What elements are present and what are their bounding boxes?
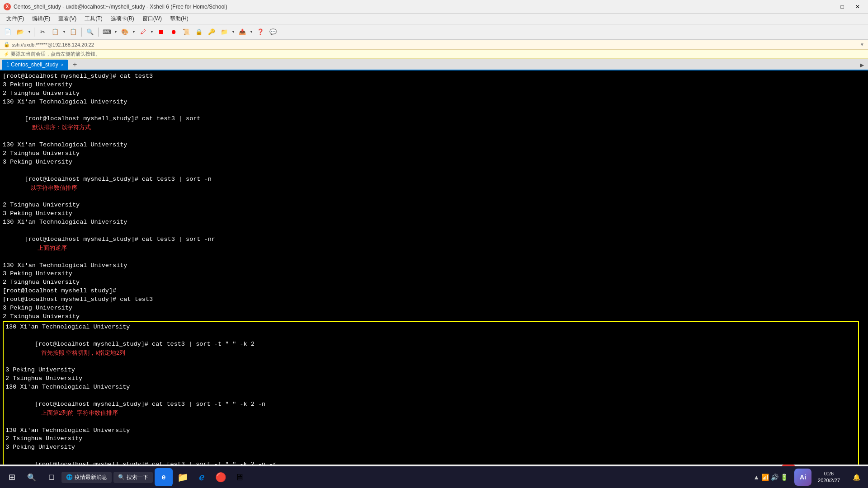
tray-arrow[interactable]: ▲ [753,474,760,481]
color-scheme-button[interactable]: 🎨 [119,26,131,38]
maximize-button[interactable]: □ [835,2,849,11]
tab-close-button[interactable]: × [61,62,64,67]
window-title: Centos_shell_study - uxdb@localhost:~/my… [14,4,227,10]
annotation-sort-n: 以字符串数值排序 [30,184,77,191]
script-button[interactable]: 📜 [180,26,192,38]
pin-ie[interactable]: ℯ [193,468,211,486]
new-session-button[interactable]: 📄 [2,26,14,38]
menu-tabs[interactable]: 选项卡(B) [107,14,138,23]
tab-add-button[interactable]: + [70,60,80,70]
tray-battery[interactable]: 🔋 [780,474,788,481]
search-button[interactable]: 🔍 [22,467,42,487]
stop-button[interactable]: ⏹ [155,26,167,38]
terminal-line: 3 Peking University [3,158,865,167]
toolbar: 📄 📂 ▼ ✂ 📋 ▼ 📋 🔍 ⌨ ▼ 🎨 ▼ 🖊 ▼ ⏹ ⏺ 📜 🔒 🔑 📁 … [0,24,868,40]
transfer-dropdown[interactable]: ▼ [231,26,236,38]
app-icon: X [4,3,11,10]
terminal-line: 2 Tsinghua University [3,278,865,287]
separator-1 [34,28,34,37]
ai-icon[interactable]: Ai [794,469,811,486]
news-label: 疫情最新消息 [75,474,107,481]
compose-dropdown[interactable]: ▼ [113,26,118,38]
chat-button[interactable]: 💬 [267,26,279,38]
session-icon: 🔒 [4,42,10,47]
terminal-line: 130 Xi'an Technological University [3,98,865,107]
taskbar-clock[interactable]: 0:26 2020/2/27 [814,470,844,484]
info-bar: ⚡ 要添加当前会话，点击左侧的箭头按钮。 [0,50,868,59]
search-bar-label: 搜索一下 [127,474,148,481]
menu-tools[interactable]: 工具(T) [81,14,106,23]
info-text: 要添加当前会话，点击左侧的箭头按钮。 [11,51,100,57]
terminal-line: 130 Xi'an Technological University [5,427,856,435]
terminal-line: [root@localhost myshell_study]# cat test… [5,392,856,427]
annotation-sort-nr: 上面的逆序 [38,244,67,251]
terminal-content: [root@localhost myshell_study]# cat test… [3,72,865,465]
highlight-button[interactable]: 🖊 [137,26,149,38]
terminal-line: [root@localhost myshell_study]# cat test… [3,107,865,141]
task-view-button[interactable]: ❑ [42,467,61,487]
terminal[interactable]: [root@localhost myshell_study]# cat test… [0,70,868,465]
tray-volume[interactable]: 🔊 [771,474,778,481]
pin-file-explorer[interactable]: 📁 [174,468,192,486]
menu-view[interactable]: 查看(V) [55,14,80,23]
terminal-line: 2 Tsinghua University [5,375,856,383]
taskbar-tray: ▲ 📶 🔊 🔋 Ai 0:26 2020/2/27 🔔 [750,467,866,487]
terminal-line: 2 Tsinghua University [5,435,856,443]
terminal-line: 130 Xi'an Technological University [5,383,856,392]
session-bar: 🔒 ssh://uxdb:******@192.168.124.20:22 ▼ [0,40,868,50]
news-button[interactable]: 🌐 疫情最新消息 [61,472,112,483]
task-view-icon: ❑ [49,474,55,481]
terminal-line: 130 Xi'an Technological University [3,141,865,150]
terminal-line: [root@localhost myshell_study]# [3,287,865,296]
color-dropdown[interactable]: ▼ [132,26,136,38]
terminal-line: [root@localhost myshell_study]# cat test… [3,227,865,262]
find-button[interactable]: 🔍 [84,26,96,38]
start-icon: ⊞ [9,472,15,482]
clock-time: 0:26 [818,470,840,477]
terminal-line: 3 Peking University [3,270,865,278]
terminal-line: 130 Xi'an Technological University [3,262,865,270]
tab-centos[interactable]: 1 Centos_shell_study × [2,60,68,70]
search-bar-button[interactable]: 🔍 搜索一下 [113,472,153,483]
minimize-button[interactable]: ─ [820,2,834,11]
start-button[interactable]: ⊞ [2,467,22,487]
copy-dropdown[interactable]: ▼ [62,26,66,38]
tray-network[interactable]: 📶 [761,474,769,481]
menu-help[interactable]: 帮助(H) [166,14,192,23]
menu-window[interactable]: 窗口(W) [139,14,165,23]
pin-edge[interactable]: e [155,468,173,486]
menu-edit[interactable]: 编辑(E) [28,14,54,23]
pin-remote[interactable]: 🖥 [231,468,249,486]
menu-bar: 文件(F) 编辑(E) 查看(V) 工具(T) 选项卡(B) 窗口(W) 帮助(… [0,14,868,24]
session-text: ssh://uxdb:******@192.168.124.20:22 [12,42,94,47]
tab-scroll-right[interactable]: ▶ [857,61,866,70]
help-button[interactable]: ❓ [255,26,266,38]
notification-button[interactable]: 🔔 [846,467,866,487]
terminal-line: [root@localhost myshell_study]# cat test… [5,452,856,465]
terminal-line: 130 Xi'an Technological University [3,218,865,227]
highlight-dropdown[interactable]: ▼ [150,26,154,38]
copy-button[interactable]: 📋 [49,26,61,38]
sftp-dropdown[interactable]: ▼ [249,26,254,38]
close-button[interactable]: ✕ [851,2,864,11]
news-globe-icon: 🌐 [66,474,73,480]
menu-file[interactable]: 文件(F) [3,14,28,23]
pin-app1[interactable]: 🔴 [212,468,230,486]
record-button[interactable]: ⏺ [168,26,179,38]
terminal-line: 3 Peking University [5,366,856,375]
paste-button[interactable]: 📋 [67,26,79,38]
tab-label: 1 Centos_shell_study [6,61,58,68]
session-arrow[interactable]: ▼ [860,42,864,47]
key-button[interactable]: 🔑 [206,26,217,38]
lock-button[interactable]: 🔒 [193,26,205,38]
compose-button[interactable]: ⌨ [101,26,113,38]
terminal-line: 3 Peking University [3,210,865,218]
open-dropdown[interactable]: ▼ [27,26,32,38]
sftp-button[interactable]: 📤 [236,26,248,38]
transfer-button[interactable]: 📁 [218,26,230,38]
annotation-sort-k2n: 上面第2列的 字符串数值排序 [41,409,118,416]
terminal-line: 3 Peking University [5,443,856,452]
info-icon: ⚡ [4,52,9,56]
open-button[interactable]: 📂 [14,26,26,38]
cut-button[interactable]: ✂ [37,26,48,38]
